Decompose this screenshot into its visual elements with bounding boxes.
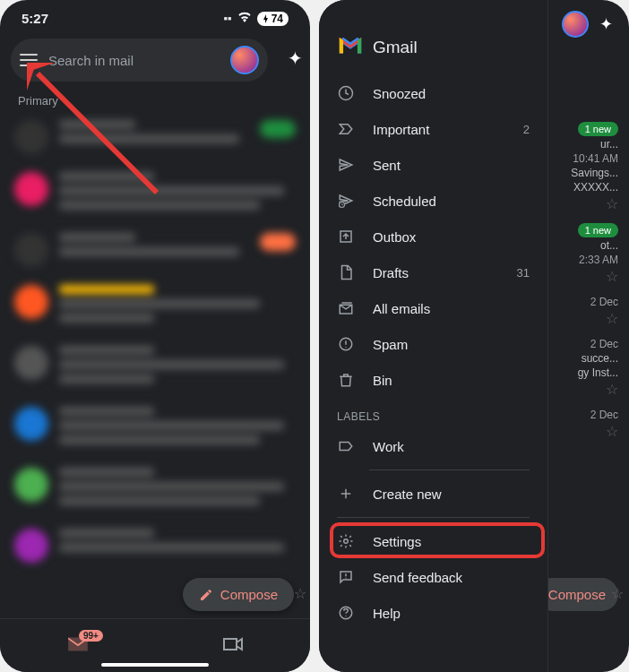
drawer-item-label: Work	[373, 439, 404, 454]
search-input[interactable]: Search in mail	[48, 53, 220, 68]
drawer-item-count: 31	[517, 266, 530, 280]
menu-icon[interactable]	[20, 54, 38, 66]
mail-tab[interactable]: 99+	[66, 635, 90, 657]
account-avatar[interactable]	[230, 46, 259, 74]
status-indicators: ▪▪ 74	[223, 12, 289, 26]
category-label: Primary	[18, 94, 310, 108]
drawer-item-drafts[interactable]: Drafts31	[319, 254, 547, 290]
star-icon[interactable]: ☆	[606, 423, 618, 440]
email-list-blurred	[0, 111, 310, 572]
star-icon[interactable]: ☆	[606, 381, 618, 398]
new-badge: 1 new	[578, 223, 618, 237]
drawer-item-settings[interactable]: Settings	[319, 523, 547, 559]
drawer-item-work[interactable]: Work	[319, 428, 547, 464]
drawer-item-send-feedback[interactable]: Send feedback	[319, 559, 547, 595]
drawer-item-spam[interactable]: Spam	[319, 326, 547, 362]
compose-label: Compose	[220, 587, 278, 602]
spam-icon	[337, 335, 355, 353]
home-indicator	[101, 663, 209, 667]
drawer-item-label: Sent	[373, 158, 401, 173]
drawer-item-label: Drafts	[373, 265, 409, 280]
star-icon[interactable]: ☆	[606, 268, 618, 285]
clock-icon	[337, 84, 355, 102]
star-icon: ☆	[611, 585, 624, 602]
search-bar[interactable]: Search in mail	[11, 39, 268, 82]
drawer-item-label: Help	[373, 606, 401, 621]
left-screenshot: 5:27 ▪▪ 74 Search in mail ✦ Primary	[0, 0, 310, 672]
outbox-icon	[337, 228, 355, 246]
allmail-icon	[337, 299, 355, 317]
send-icon	[337, 156, 355, 174]
star-icon: ☆	[294, 585, 306, 602]
navigation-drawer: Gmail SnoozedImportant2SentScheduledOutb…	[319, 0, 548, 672]
svg-point-3	[344, 539, 349, 544]
create-label-item[interactable]: Create new	[319, 476, 547, 512]
meet-tab[interactable]	[222, 636, 244, 656]
plus-icon	[337, 485, 355, 503]
compose-button[interactable]: Compose	[183, 578, 294, 611]
drawer-item-label: Settings	[373, 534, 421, 549]
star-icon[interactable]: ☆	[606, 195, 618, 212]
help-icon	[337, 604, 355, 622]
settings-icon	[337, 532, 355, 550]
drawer-item-bin[interactable]: Bin	[319, 362, 547, 398]
drawer-item-label: Bin	[373, 373, 392, 388]
drawer-item-scheduled[interactable]: Scheduled	[319, 183, 547, 219]
signal-icon: ▪▪	[223, 12, 231, 25]
drawer-item-important[interactable]: Important2	[319, 111, 547, 147]
scheduled-icon	[337, 192, 355, 210]
important-icon	[337, 120, 355, 138]
app-name: Gmail	[373, 38, 418, 57]
status-bar: 5:27 ▪▪ 74	[0, 0, 310, 30]
drawer-item-label: All emails	[373, 301, 430, 316]
draft-icon	[337, 263, 355, 281]
drawer-item-all-emails[interactable]: All emails	[319, 290, 547, 326]
drawer-item-label: Scheduled	[373, 194, 436, 209]
sparkle-icon[interactable]: ✦	[288, 47, 303, 69]
unread-badge: 99+	[79, 630, 103, 642]
drawer-item-sent[interactable]: Sent	[319, 147, 547, 183]
labels-section-header: LABELS	[319, 398, 547, 428]
gmail-logo-icon	[337, 36, 364, 59]
drawer-item-count: 2	[523, 123, 530, 136]
drawer-item-label: Important	[373, 122, 429, 137]
drawer-item-label: Spam	[373, 337, 408, 352]
drawer-item-label: Send feedback	[373, 570, 462, 585]
drawer-item-outbox[interactable]: Outbox	[319, 219, 547, 254]
bin-icon	[337, 371, 355, 389]
feedback-icon	[337, 568, 355, 586]
divider	[369, 470, 530, 470]
drawer-item-label: Outbox	[373, 229, 416, 245]
background-emails: 1 new ur... 10:41 AM Savings... XXXXX...…	[544, 0, 629, 672]
drawer-item-snoozed[interactable]: Snoozed	[319, 75, 547, 111]
right-screenshot: ✦ 1 new ur... 10:41 AM Savings... XXXXX.…	[319, 0, 629, 672]
wifi-icon	[237, 12, 252, 25]
divider	[337, 517, 530, 518]
drawer-item-help[interactable]: Help	[319, 595, 547, 631]
label-icon	[337, 437, 355, 455]
drawer-item-label: Snoozed	[373, 86, 426, 101]
drawer-header: Gmail	[319, 36, 547, 75]
status-time: 5:27	[22, 11, 48, 26]
star-icon[interactable]: ☆	[606, 310, 618, 327]
create-new-label: Create new	[373, 487, 442, 502]
battery-indicator: 74	[257, 12, 289, 26]
new-badge: 1 new	[578, 122, 618, 136]
compose-label: Compose	[548, 587, 606, 602]
